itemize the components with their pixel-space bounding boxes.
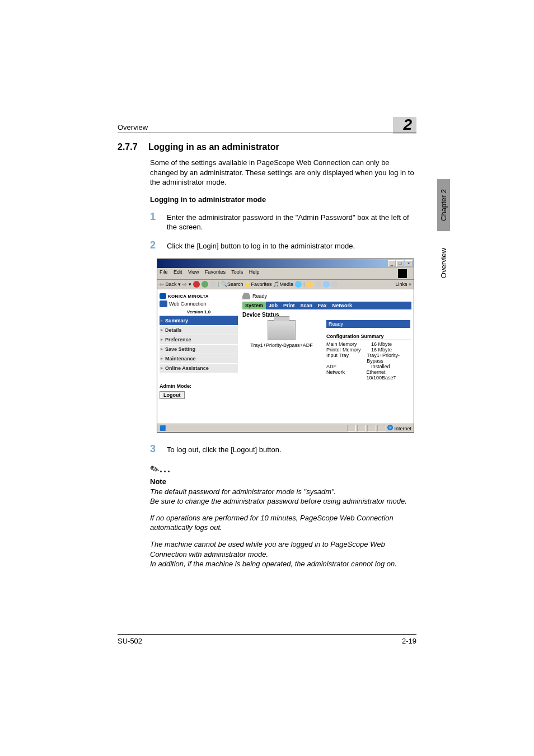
- step-number-3: 3: [150, 444, 167, 454]
- sidebar-item-preference[interactable]: Preference: [160, 335, 238, 345]
- status-zone: Internet: [394, 426, 411, 431]
- status-cell: [347, 425, 356, 431]
- step-number-1: 1: [150, 212, 167, 222]
- step-text-1: Enter the administrator password in the …: [167, 212, 417, 232]
- favorites-button[interactable]: ⭐Favorites: [245, 281, 271, 287]
- back-button[interactable]: ⇦ Back ▾: [160, 281, 181, 287]
- browser-statusbar: 🟦 Internet: [157, 424, 414, 432]
- minimize-icon[interactable]: _: [388, 260, 396, 267]
- window-titlebar: _ □ ×: [157, 259, 414, 268]
- intro-paragraph: Some of the settings available in PageSc…: [150, 158, 417, 187]
- menu-favorites[interactable]: Favorites: [205, 269, 226, 275]
- mail-icon[interactable]: [306, 281, 313, 288]
- side-tab-chapter: Chapter 2: [437, 179, 450, 231]
- brand-logo-icon: [160, 293, 166, 299]
- tab-network[interactable]: Network: [330, 302, 355, 309]
- print-icon[interactable]: [315, 281, 321, 288]
- conf-input-tray-value: Tray1+Priority-Bypass: [367, 353, 411, 364]
- conf-input-tray-label: Input Tray: [326, 353, 367, 364]
- sidebar-item-maintenance[interactable]: Maintenance: [160, 354, 238, 364]
- section-title: Logging in as an administrator: [148, 142, 279, 152]
- internet-zone-icon: [387, 425, 393, 430]
- sidebar-item-online-assistance[interactable]: Online Assistance: [160, 364, 238, 373]
- conf-main-memory-label: Main Memory: [326, 341, 371, 347]
- step-number-2: 2: [150, 240, 167, 250]
- ready-badge: Ready: [326, 320, 410, 328]
- logout-button[interactable]: Logout: [160, 391, 185, 399]
- search-button[interactable]: 🔍Search: [221, 281, 243, 287]
- section-number: 2.7.7: [118, 142, 148, 152]
- note-dots: ...: [160, 463, 171, 475]
- note-paragraph: If no operations are performed for 10 mi…: [150, 513, 417, 533]
- admin-mode-label: Admin Mode:: [160, 383, 238, 389]
- config-summary-title: Configuration Summary: [326, 334, 411, 340]
- browser-toolbar: ⇦ Back ▾ ⇨ ▾ | 🔍Search ⭐Favorites 🎵Media…: [157, 280, 414, 289]
- refresh-icon[interactable]: [202, 281, 208, 288]
- tab-system[interactable]: System: [242, 302, 266, 309]
- menu-help[interactable]: Help: [249, 269, 260, 275]
- sidebar-item-summary[interactable]: Summary: [160, 316, 238, 326]
- note-label: Note: [150, 477, 417, 486]
- ie-logo-icon: [398, 269, 407, 278]
- conf-network-label: Network: [326, 369, 367, 381]
- conf-printer-memory-value: 16 Mbyte: [371, 347, 392, 353]
- footer-page: 2-19: [402, 637, 416, 645]
- section-heading: 2.7.7Logging in as an administrator: [118, 142, 417, 152]
- history-icon[interactable]: [295, 281, 302, 288]
- config-table: Main Memory16 Mbyte Printer Memory16 Mby…: [326, 341, 411, 381]
- step-text-3: To log out, click the [Logout] button.: [167, 444, 282, 455]
- brand-text: KONICA MINOLTA: [168, 294, 209, 299]
- device-caption: Tray1+Priority-Bypass+ADF: [242, 342, 321, 348]
- footer-model: SU-502: [118, 637, 142, 645]
- forward-button[interactable]: ⇨ ▾: [182, 281, 191, 287]
- conf-printer-memory-label: Printer Memory: [326, 347, 371, 353]
- conf-adf-value: Installed: [371, 364, 390, 369]
- product-name: Web Connection: [169, 301, 206, 307]
- menu-edit[interactable]: Edit: [174, 269, 182, 275]
- status-cell: [377, 425, 386, 431]
- media-button[interactable]: 🎵Media: [273, 281, 293, 287]
- subheading: Logging in to administrator mode: [150, 195, 417, 204]
- status-cell: [357, 425, 366, 431]
- tab-job[interactable]: Job: [266, 302, 280, 309]
- menubar: File Edit View Favorites Tools Help: [157, 268, 414, 280]
- version-label: Version 1.0: [160, 308, 238, 316]
- menu-view[interactable]: View: [188, 269, 199, 275]
- note-paragraph: The default password for administrator m…: [150, 487, 417, 506]
- tab-fax[interactable]: Fax: [315, 302, 330, 309]
- sidebar-item-save-setting[interactable]: Save Setting: [160, 345, 238, 354]
- browser-screenshot: _ □ × File Edit View Favorites Tools Hel…: [157, 259, 414, 433]
- links-button[interactable]: Links »: [395, 281, 411, 287]
- step-text-2: Click the [Login] button to log in to th…: [167, 240, 355, 251]
- running-head: Overview: [118, 123, 148, 132]
- menu-file[interactable]: File: [160, 269, 168, 275]
- tab-scan[interactable]: Scan: [298, 302, 316, 309]
- discuss-icon[interactable]: [331, 281, 338, 288]
- stop-icon[interactable]: [193, 281, 200, 288]
- sidebar-item-details[interactable]: Details: [160, 326, 238, 335]
- conf-network-value: Ethernet 10/100BaseT: [367, 369, 412, 381]
- device-image-icon: [268, 320, 296, 340]
- side-tab-overview: Overview: [437, 238, 450, 288]
- status-done-icon: 🟦: [160, 425, 166, 431]
- home-icon[interactable]: [210, 281, 217, 288]
- chapter-badge: 2: [393, 117, 416, 134]
- status-cell: [367, 425, 376, 431]
- edit-icon[interactable]: [323, 281, 330, 288]
- conf-adf-label: ADF: [326, 364, 371, 369]
- printer-status-text: Ready: [252, 293, 267, 299]
- maximize-icon[interactable]: □: [396, 260, 404, 267]
- close-icon[interactable]: ×: [405, 260, 413, 267]
- tab-bar: System Job Print Scan Fax Network: [242, 302, 411, 309]
- printer-status-icon: [242, 293, 250, 299]
- menu-tools[interactable]: Tools: [231, 269, 243, 275]
- tab-print[interactable]: Print: [280, 302, 298, 309]
- conf-main-memory-value: 16 Mbyte: [371, 341, 392, 347]
- product-logo-icon: [160, 300, 167, 307]
- note-paragraph: The machine cannot be used while you are…: [150, 539, 417, 569]
- device-status-heading: Device Status: [242, 309, 411, 320]
